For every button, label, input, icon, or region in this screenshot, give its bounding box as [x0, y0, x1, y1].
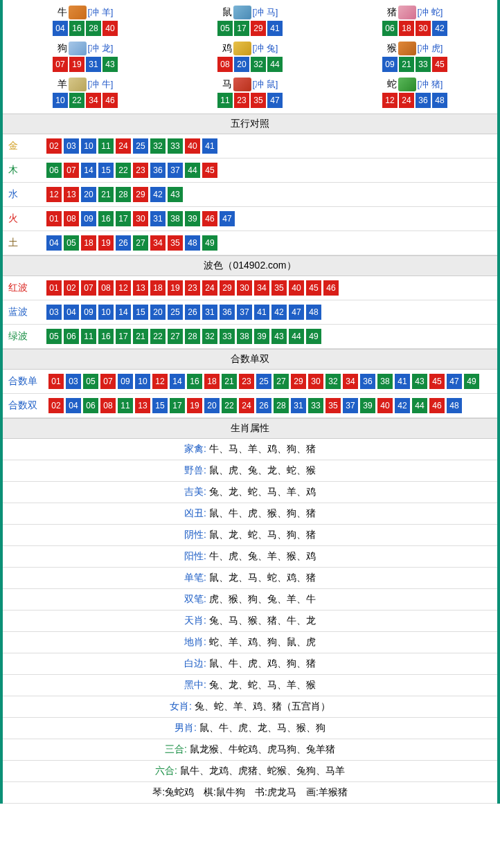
number-ball: 13	[135, 398, 150, 413]
zodiac-chong: [冲 猪]	[418, 78, 443, 91]
attr-label: 地肖:	[184, 636, 206, 647]
attr-row: 男肖:鼠、牛、虎、龙、马、猴、狗	[3, 718, 497, 739]
number-ball: 15	[98, 163, 114, 178]
number-ball: 35	[251, 93, 266, 108]
attr-row: 阴性:鼠、龙、蛇、马、狗、猪	[3, 525, 497, 546]
ball-row: 06183042	[334, 21, 496, 36]
number-ball: 02	[46, 138, 62, 154]
attr-row: 野兽:鼠、虎、兔、龙、蛇、猴	[3, 460, 497, 482]
number-ball: 41	[267, 21, 283, 36]
number-ball: 02	[48, 398, 64, 413]
row-label: 木	[3, 159, 41, 183]
ball-row: 08203244	[169, 57, 331, 72]
number-ball: 21	[222, 374, 237, 389]
number-ball: 35	[168, 235, 183, 251]
attr-val: 兔、蛇、羊、鸡、猪（五宫肖）	[195, 700, 330, 712]
attr-label: 家禽:	[184, 443, 206, 454]
attr-val: 牛、马、羊、鸡、狗、猪	[209, 443, 316, 454]
number-ball: 34	[150, 235, 166, 251]
table-row: 绿波 05061116172122272832333839434449	[3, 325, 497, 349]
attr-val: 琴:兔蛇鸡 棋:鼠牛狗 书:虎龙马 画:羊猴猪	[152, 786, 348, 797]
number-ball: 19	[69, 57, 84, 72]
number-ball: 30	[308, 374, 323, 389]
number-ball: 09	[118, 374, 133, 389]
ball-row: 11233547	[169, 93, 331, 108]
number-ball: 14	[116, 305, 131, 320]
number-ball: 23	[133, 163, 148, 178]
number-ball: 49	[306, 329, 321, 344]
number-ball: 47	[447, 374, 462, 389]
number-ball: 33	[220, 329, 235, 344]
zodiac-chong: [冲 龙]	[88, 42, 114, 55]
number-ball: 10	[53, 93, 68, 108]
attr-label: 双笔:	[184, 593, 206, 604]
row-balls: 02031011242532334041	[41, 134, 497, 159]
number-ball: 33	[168, 138, 183, 154]
number-ball: 26	[256, 398, 271, 413]
section-wuxing: 五行对照	[3, 114, 497, 134]
number-ball: 39	[185, 211, 200, 226]
number-ball: 33	[308, 398, 323, 413]
number-ball: 24	[202, 280, 217, 296]
number-ball: 18	[204, 374, 220, 389]
table-row: 蓝波 03040910141520252631363741424748	[3, 300, 497, 325]
table-row: 水 1213202128294243	[3, 183, 497, 207]
zodiac-grid: 牛 [冲 羊] 04162840 鼠 [冲 马] 05172941 猪 [冲 蛇…	[3, 0, 497, 114]
number-ball: 04	[66, 398, 81, 413]
number-ball: 24	[116, 138, 131, 154]
number-ball: 27	[133, 235, 148, 251]
number-ball: 07	[53, 57, 68, 72]
zodiac-icon	[398, 42, 416, 55]
number-ball: 29	[251, 21, 266, 36]
number-ball: 06	[64, 329, 79, 344]
number-ball: 32	[202, 329, 217, 344]
number-ball: 27	[274, 374, 289, 389]
zodiac-chong: [冲 牛]	[88, 78, 114, 91]
zodiac-chong: [冲 鼠]	[253, 78, 278, 91]
number-ball: 23	[239, 374, 254, 389]
number-ball: 07	[64, 163, 79, 178]
row-balls: 0102070812131819232429303435404546	[41, 276, 497, 300]
number-ball: 15	[133, 305, 148, 320]
attr-row: 白边:鼠、牛、虎、鸡、狗、猪	[3, 653, 497, 675]
zodiac-icon	[233, 6, 251, 19]
table-row: 合数双 020406081113151719202224262831333537…	[3, 394, 497, 418]
number-ball: 42	[395, 398, 410, 413]
number-ball: 47	[267, 93, 283, 108]
number-ball: 18	[81, 235, 96, 251]
number-ball: 25	[256, 374, 271, 389]
zodiac-name: 马	[222, 78, 232, 91]
number-ball: 02	[64, 280, 79, 296]
number-ball: 03	[66, 374, 81, 389]
attr-label: 女肖:	[170, 700, 192, 712]
number-ball: 31	[86, 57, 101, 72]
attr-val: 兔、马、猴、猪、牛、龙	[209, 615, 316, 626]
number-ball: 12	[46, 187, 62, 202]
number-ball: 22	[222, 398, 237, 413]
number-ball: 05	[64, 235, 79, 251]
zodiac-icon	[398, 6, 416, 19]
ball-row: 04162840	[4, 21, 166, 36]
number-ball: 35	[271, 280, 287, 296]
number-ball: 24	[239, 398, 254, 413]
number-ball: 23	[185, 280, 200, 296]
number-ball: 19	[98, 235, 114, 251]
number-ball: 06	[382, 21, 398, 36]
number-ball: 44	[289, 329, 304, 344]
row-label: 合数双	[3, 394, 43, 418]
attr-val: 兔、龙、蛇、马、羊、猴	[209, 679, 316, 690]
number-ball: 49	[464, 374, 479, 389]
number-ball: 28	[185, 329, 200, 344]
number-ball: 43	[168, 187, 183, 202]
number-ball: 08	[217, 57, 233, 72]
row-balls: 1213202128294243	[41, 183, 497, 207]
attr-val: 鼠、虎、兔、龙、蛇、猴	[209, 464, 316, 476]
zodiac-icon	[398, 78, 416, 91]
attr-row: 地肖:蛇、羊、鸡、狗、鼠、虎	[3, 632, 497, 653]
number-ball: 04	[64, 305, 79, 320]
number-ball: 06	[46, 163, 62, 178]
zodiac-name: 蛇	[387, 78, 397, 91]
number-ball: 29	[220, 280, 235, 296]
number-ball: 11	[81, 329, 96, 344]
number-ball: 31	[202, 305, 217, 320]
